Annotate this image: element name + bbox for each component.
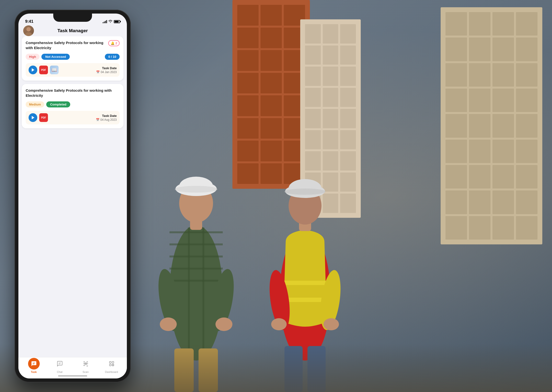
card-1-header: Comprehensive Safety Protocols for worki… [26,40,120,50]
card-1-icons: PDF 📖 [29,66,59,74]
card-2-date-label: Task Date [96,114,117,118]
chat-icon [57,361,63,367]
task-nav-icon-wrapper [28,358,40,369]
scan-nav-icon-wrapper [80,358,92,369]
svg-rect-42 [84,364,85,365]
card-1-play-button[interactable] [29,66,37,74]
svg-rect-47 [112,364,114,366]
battery-fill [115,21,119,23]
building-middle [300,19,361,218]
card-1-tags-row: High Not Accessed 0 / 10 [26,54,120,60]
svg-rect-41 [86,362,87,363]
phone-wrapper: 9:41 [15,10,131,382]
chat-nav-icon-wrapper [54,358,66,369]
chat-nav-label: Chat [57,370,62,373]
card-1-date-label: Task Date [96,66,117,70]
task-nav-label: Task [31,370,37,373]
card-1-footer: PDF 📖 Task Date 📅 04 Jan 2023 [26,63,120,77]
svg-point-33 [26,27,31,31]
card-2-date-value: 📅 04 Aug 2023 [96,118,117,121]
dashboard-nav-icon-wrapper [106,358,117,369]
card-2-date: 04 Aug 2023 [100,118,117,121]
card-2-date-section: Task Date 📅 04 Aug 2023 [96,114,117,121]
svg-rect-45 [112,362,114,363]
card-1-notification-count: 2 [115,41,117,45]
card-1-date-value: 📅 04 Jan 2023 [96,70,117,74]
status-icons [103,20,120,23]
card-1-pdf-button[interactable]: PDF [39,66,48,74]
card-1-date: 04 Jan 2023 [101,70,117,74]
svg-rect-44 [109,362,111,363]
scan-nav-label: Scan [83,370,89,373]
card-2-icons: PDF [29,113,48,122]
building-right [441,7,542,244]
avatar[interactable] [23,25,34,36]
wifi-icon [108,20,112,23]
signal-bar-2 [104,22,105,23]
task-card-2[interactable]: Comprehensive Safety Protocols for worki… [22,84,123,128]
phone-frame: 9:41 [15,10,131,382]
app-header: Task Manager [18,26,127,36]
phone-notch [53,14,92,22]
svg-rect-35 [33,363,35,363]
svg-rect-46 [109,364,111,366]
card-2-status-tag: Completed [46,101,70,107]
background-buildings [140,0,552,392]
content-area[interactable]: Comprehensive Safety Protocols for worki… [18,36,127,378]
nav-item-chat[interactable]: Chat [47,358,73,373]
battery-icon [114,20,120,23]
status-time: 9:41 [25,19,33,24]
card-2-footer: PDF Task Date 📅 04 Aug 2023 [26,111,120,124]
card-1-date-section: Task Date 📅 04 Jan 2023 [96,66,117,74]
building-left [232,0,310,189]
card-2-pdf-button[interactable]: PDF [39,113,48,122]
nav-item-scan[interactable]: Scan [73,358,99,373]
bell-icon: 🔔 [111,41,115,45]
task-icon [31,361,37,367]
card-1-progress-tag: 0 / 10 [105,54,120,60]
card-1-title: Comprehensive Safety Protocols for worki… [26,40,106,50]
card-2-play-button[interactable] [29,113,37,122]
dashboard-nav-label: Dashboard [105,370,118,373]
signal-bar-4 [106,20,107,23]
card-1-book-button[interactable]: 📖 [50,66,59,74]
card-2-title: Comprehensive Safety Protocols for worki… [26,88,117,98]
phone-screen: 9:41 [18,14,127,378]
svg-rect-43 [86,364,87,365]
app-title: Task Manager [57,28,88,33]
card-2-priority-tag: Medium [26,101,44,107]
svg-rect-40 [84,362,85,363]
svg-rect-37 [59,363,61,363]
card-2-tags-row: Medium Completed [26,101,120,107]
svg-rect-38 [59,364,60,364]
dashboard-icon [109,361,115,367]
task-card-1[interactable]: Comprehensive Safety Protocols for worki… [22,36,123,81]
card-2-header: Comprehensive Safety Protocols for worki… [26,88,120,98]
nav-item-dashboard[interactable]: Dashboard [99,358,124,373]
nav-item-task[interactable]: Task [21,358,47,373]
svg-rect-36 [33,364,34,364]
card-1-priority-tag: High [26,54,39,60]
scan-icon [83,361,89,367]
calendar-icon-2: 📅 [96,118,100,121]
signal-bar-3 [105,21,106,23]
card-1-notification-badge: 🔔 2 [108,40,120,46]
avatar-image [23,25,34,36]
svg-point-34 [25,32,32,36]
home-indicator [58,375,87,377]
calendar-icon-1: 📅 [96,70,100,74]
signal-bar-1 [103,22,103,23]
signal-bars-icon [103,20,107,23]
card-1-status-tag: Not Accessed [41,54,70,60]
